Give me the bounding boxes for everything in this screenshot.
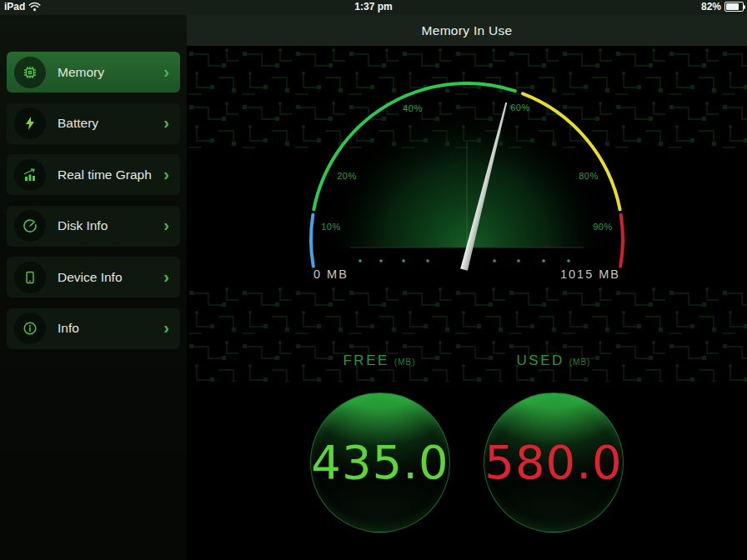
tick-label: 40% xyxy=(403,103,423,113)
battery-icon xyxy=(724,2,744,12)
tick-label: 80% xyxy=(579,171,599,181)
arc-segment-red xyxy=(620,215,623,267)
sidebar-item-label: Device Info xyxy=(58,270,163,285)
memory-gauge: 10% 20% 40% 60% 80% 90% 0 MB 1015 MB xyxy=(187,46,747,296)
chevron-right-icon: › xyxy=(163,63,169,80)
bar-graph-icon xyxy=(14,159,46,191)
title-bar: Memory In Use xyxy=(187,15,747,46)
sidebar-item-battery[interactable]: Battery › xyxy=(7,103,180,144)
chevron-right-icon: › xyxy=(163,114,169,131)
page-title: Memory In Use xyxy=(422,23,513,38)
main-content: 10% 20% 40% 60% 80% 90% 0 MB 1015 MB FRE… xyxy=(187,46,747,560)
device-icon xyxy=(14,262,46,293)
status-bar: iPad 1:37 pm 82% xyxy=(0,0,747,15)
circuit-pattern-middle xyxy=(187,285,747,382)
used-memory-value: 580.0 xyxy=(484,439,622,486)
sidebar-item-label: Battery xyxy=(58,116,163,131)
sidebar-item-label: Real time Graph xyxy=(58,168,163,182)
disk-icon xyxy=(14,210,46,242)
used-memory-label: USED(MB) xyxy=(483,352,624,368)
bolt-icon xyxy=(14,108,46,139)
sidebar-item-info[interactable]: Info › xyxy=(7,308,180,349)
cpu-icon xyxy=(14,57,46,88)
tick-label: 20% xyxy=(337,171,357,181)
chevron-right-icon: › xyxy=(163,319,169,336)
tick-label: 90% xyxy=(593,222,613,232)
sidebar-item-disk-info[interactable]: Disk Info › xyxy=(7,206,180,247)
free-memory-value: 435.0 xyxy=(311,439,449,486)
clock: 1:37 pm xyxy=(0,1,747,12)
free-memory-label: FREE(MB) xyxy=(308,352,450,368)
used-unit-text: (MB) xyxy=(569,358,591,367)
gauge-min-label: 0 MB xyxy=(313,268,348,281)
sidebar-item-label: Disk Info xyxy=(58,218,163,233)
sidebar-item-memory[interactable]: Memory › xyxy=(7,52,180,92)
tick-label: 60% xyxy=(510,102,530,112)
free-memory-orb: 435.0 xyxy=(310,392,450,532)
tick-label: 10% xyxy=(321,222,341,232)
chevron-right-icon: › xyxy=(163,166,169,182)
gauge-max-label: 1015 MB xyxy=(560,268,620,281)
sidebar: Memory › Battery › Rea xyxy=(0,15,187,560)
info-icon xyxy=(14,312,46,344)
sidebar-item-label: Memory xyxy=(58,65,163,80)
chevron-right-icon: › xyxy=(163,217,169,233)
battery-percent-label: 82% xyxy=(701,1,721,12)
sidebar-item-real-time-graph[interactable]: Real time Graph › xyxy=(7,154,180,195)
free-label-text: FREE xyxy=(343,352,389,368)
sidebar-item-device-info[interactable]: Device Info › xyxy=(7,257,180,298)
used-memory-orb: 580.0 xyxy=(484,392,624,532)
sidebar-item-label: Info xyxy=(58,321,163,336)
chevron-right-icon: › xyxy=(163,268,169,285)
arc-segment-blue xyxy=(311,215,313,267)
used-label-text: USED xyxy=(517,352,564,368)
free-unit-text: (MB) xyxy=(394,358,416,367)
